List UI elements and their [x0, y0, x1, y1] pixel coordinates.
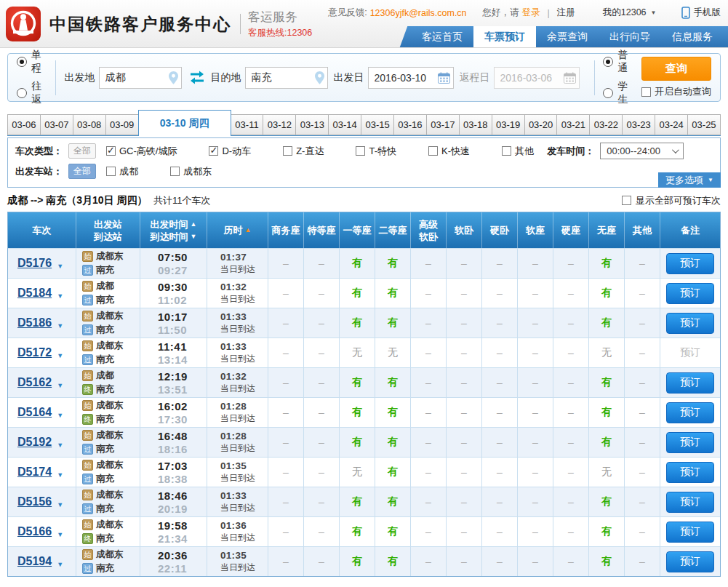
date-tab-03-16[interactable]: 03-16 [393, 114, 427, 135]
nav-tab-2[interactable]: 余票查询 [536, 26, 599, 47]
login-link[interactable]: 登录 [522, 7, 540, 19]
trip-type-option-0[interactable]: 单程 [17, 49, 47, 75]
train-number-link[interactable]: D5164 [17, 406, 52, 419]
passenger-type-option-1[interactable]: 学生 [603, 80, 633, 106]
expand-caret-icon[interactable]: ▼ [57, 501, 63, 508]
train-type-checkbox[interactable] [209, 146, 218, 156]
date-tab-03-13[interactable]: 03-13 [295, 114, 329, 135]
train-type-checkbox[interactable] [283, 146, 292, 156]
book-button[interactable]: 预订 [666, 522, 714, 543]
train-number-link[interactable]: D5176 [17, 257, 52, 270]
expand-caret-icon[interactable]: ▼ [57, 531, 63, 538]
date-tab-03-12[interactable]: 03-12 [263, 114, 296, 135]
expand-caret-icon[interactable]: ▼ [57, 382, 63, 389]
col-header-1[interactable]: 出发站到达站 [76, 212, 140, 248]
col-header-13[interactable]: 无座 [589, 212, 625, 248]
col-header-8[interactable]: 高级软卧 [411, 212, 447, 248]
book-button[interactable]: 预订 [666, 551, 714, 572]
train-type-option-5[interactable]: 其他 [502, 145, 534, 158]
date-tab-03-14[interactable]: 03-14 [328, 114, 361, 135]
date-tab-03-24[interactable]: 03-24 [655, 114, 688, 135]
book-button[interactable]: 预订 [666, 253, 714, 274]
book-button[interactable]: 预订 [666, 402, 714, 423]
train-number-link[interactable]: D5192 [17, 436, 52, 449]
book-button[interactable]: 预订 [666, 313, 714, 334]
date-tab-03-20[interactable]: 03-20 [524, 114, 558, 135]
col-header-15[interactable]: 备注 [660, 212, 720, 248]
train-number-link[interactable]: D5166 [17, 525, 52, 538]
sort-arrow-icon[interactable]: ▲ [245, 224, 252, 236]
feedback-email-link[interactable]: 12306yjfk@rails.com.cn [370, 8, 467, 18]
train-type-option-4[interactable]: K-快速 [428, 145, 470, 158]
date-tab-03-18[interactable]: 03-18 [459, 114, 492, 135]
col-header-10[interactable]: 硬卧 [482, 212, 518, 248]
book-button[interactable]: 预订 [666, 432, 714, 453]
date-tab-03-23[interactable]: 03-23 [622, 114, 655, 135]
date-tab-03-25[interactable]: 03-25 [687, 114, 721, 135]
expand-caret-icon[interactable]: ▼ [57, 322, 63, 330]
train-number-link[interactable]: D5172 [17, 346, 52, 359]
expand-caret-icon[interactable]: ▼ [57, 442, 63, 449]
nav-tab-3[interactable]: 出行向导 [599, 26, 661, 47]
expand-caret-icon[interactable]: ▼ [57, 352, 63, 359]
train-number-link[interactable]: D5194 [17, 555, 52, 568]
date-tab-03-21[interactable]: 03-21 [556, 114, 590, 135]
train-number-link[interactable]: D5156 [17, 495, 52, 508]
depart-station-checkbox[interactable] [170, 167, 180, 176]
train-type-checkbox[interactable] [106, 146, 116, 156]
trip-type-radio[interactable] [17, 88, 27, 98]
passenger-type-option-0[interactable]: 普通 [603, 49, 633, 75]
depart-station-option-0[interactable]: 成都 [106, 165, 138, 178]
date-tab-03-07[interactable]: 03-07 [40, 114, 73, 135]
depart-station-option-1[interactable]: 成都东 [170, 165, 212, 178]
book-button[interactable]: 预订 [666, 283, 714, 304]
nav-tab-1[interactable]: 车票预订 [473, 26, 536, 47]
train-type-option-3[interactable]: T-特快 [356, 145, 396, 158]
auto-query-option[interactable]: 开启自动查询 [641, 85, 711, 98]
col-header-0[interactable]: 车次 [8, 212, 76, 248]
date-tab-03-06[interactable]: 03-06 [7, 114, 41, 135]
book-button[interactable]: 预订 [666, 492, 714, 513]
my-12306-menu[interactable]: 我的12306 ▼ [603, 7, 657, 19]
col-header-6[interactable]: 一等座 [340, 212, 375, 248]
passenger-type-radio[interactable] [603, 57, 613, 67]
train-number-link[interactable]: D5162 [17, 376, 52, 389]
show-all-checkbox[interactable] [622, 196, 631, 205]
trip-type-option-1[interactable]: 往返 [17, 80, 47, 106]
sort-arrow-icon[interactable]: ▲ [191, 218, 197, 231]
mobile-version-link[interactable]: 手机版 [694, 7, 721, 19]
depart-station-all-button[interactable]: 全部 [68, 164, 96, 179]
train-number-link[interactable]: D5174 [17, 466, 52, 479]
col-header-9[interactable]: 软卧 [447, 212, 482, 248]
book-button[interactable]: 预订 [666, 462, 714, 483]
depart-station-checkbox[interactable] [106, 167, 116, 176]
trip-type-radio[interactable] [17, 57, 27, 67]
train-number-link[interactable]: D5186 [17, 316, 52, 330]
calendar-icon[interactable] [438, 72, 450, 84]
sort-arrow-icon[interactable]: ▼ [191, 231, 197, 243]
train-type-option-0[interactable]: GC-高铁/城际 [106, 145, 177, 158]
col-header-4[interactable]: 商务座 [268, 212, 304, 248]
date-tab-03-11[interactable]: 03-11 [231, 114, 264, 135]
train-type-checkbox[interactable] [356, 146, 365, 156]
train-type-checkbox[interactable] [428, 146, 438, 156]
more-options-button[interactable]: 更多选项 ▼ [658, 172, 721, 188]
train-type-checkbox[interactable] [502, 146, 511, 156]
date-tab-03-08[interactable]: 03-08 [73, 114, 106, 135]
expand-caret-icon[interactable]: ▼ [57, 412, 63, 419]
passenger-type-radio[interactable] [603, 88, 613, 98]
col-header-12[interactable]: 硬座 [553, 212, 589, 248]
train-number-link[interactable]: D5184 [17, 287, 52, 300]
swap-stations-icon[interactable] [188, 69, 206, 86]
date-tab-03-09[interactable]: 03-09 [105, 114, 139, 135]
book-button[interactable]: 预订 [666, 372, 714, 394]
depart-time-select[interactable]: 00:00--24:00 [600, 143, 684, 159]
nav-tab-0[interactable]: 客运首页 [411, 26, 473, 47]
date-tab-03-19[interactable]: 03-19 [492, 114, 525, 135]
auto-query-checkbox[interactable] [641, 87, 651, 97]
col-header-2[interactable]: 出发时间▲到达时间▼ [140, 212, 207, 248]
col-header-11[interactable]: 软座 [518, 212, 553, 248]
register-link[interactable]: 注册 [557, 7, 575, 19]
show-all-option[interactable]: 显示全部可预订车次 [622, 194, 721, 207]
date-tab-03-17[interactable]: 03-17 [426, 114, 460, 135]
